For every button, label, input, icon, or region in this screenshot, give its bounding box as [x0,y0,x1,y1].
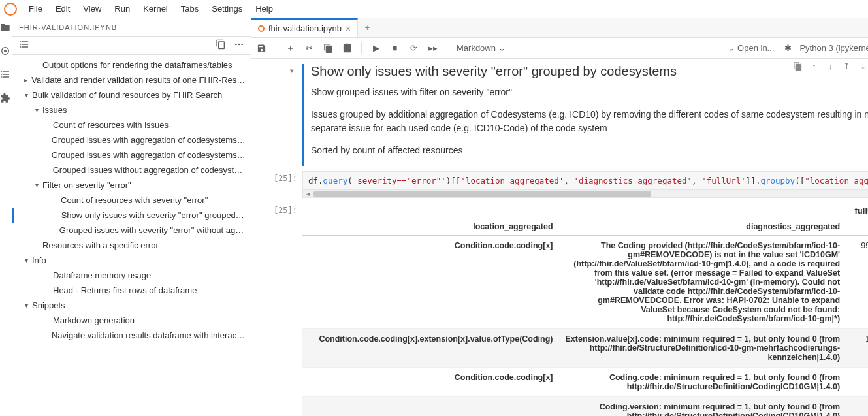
open-in-select[interactable]: ⌄ Open in... [728,43,774,53]
add-cell-icon[interactable]: ＋ [285,43,295,53]
add-tab-button[interactable]: + [358,18,376,37]
toc-item[interactable]: Output options for rendering the datafra… [12,57,251,72]
restart-icon[interactable]: ⟳ [409,43,419,53]
toc-label: Resources with a specific error [42,240,159,250]
cut-icon[interactable]: ✂ [304,43,314,53]
output-prompt: [25]: [263,203,302,416]
notebook-icon [258,25,265,32]
code-editor[interactable]: df.query('severity=="error"')[['location… [302,171,868,190]
scroll-left-icon[interactable]: ◂ [303,190,312,197]
toc-item[interactable]: ▾Filter on severity "error" [12,178,251,193]
twisty-icon[interactable]: ▾ [32,106,41,114]
cell-fullurl: 62 [845,368,868,397]
toc-item[interactable]: Resources with a specific error [12,238,251,253]
markdown-cell[interactable]: ▾ ↑ ↓ ⤒ ⤓ Show only issues with severity… [263,64,868,166]
stop-icon[interactable]: ■ [390,43,400,53]
cell-fullurl: 134 [845,329,868,368]
cell-location: Condition.code.coding[x] [302,368,558,397]
bug-icon[interactable]: ✱ [783,43,793,53]
menu-kernel[interactable]: Kernel [137,1,174,16]
collapse-icon[interactable]: ▾ [290,67,294,75]
menu-edit[interactable]: Edit [49,1,76,16]
copy-icon[interactable] [216,39,226,52]
toc-item[interactable]: Grouped issues without aggregation of co… [12,163,251,178]
folder-icon[interactable] [0,22,12,34]
paste-icon[interactable] [342,43,352,53]
toc-label: Grouped issues with aggregation of codes… [52,135,246,145]
cell-location: Condition.code.coding[x].extension[x].va… [302,329,558,368]
run-icon[interactable]: ▶ [371,43,381,53]
tab-label: fhir-validation.ipynb [268,24,342,33]
cell-type-select[interactable]: Markdown ⌄ [457,43,506,53]
toc-item[interactable]: ▾Snippets [12,298,251,313]
notebook-area[interactable]: ▾ ↑ ↓ ⤒ ⤓ Show only issues with severity… [251,59,868,416]
toc-item[interactable]: Grouped issues with aggregation of codes… [12,148,251,163]
more-icon[interactable] [234,39,244,52]
toc-item[interactable]: Navigate validation results dataframe wi… [12,328,251,343]
table-row: Condition.code.coding[x]Coding.code: min… [302,368,868,397]
toc-item[interactable]: ▾Bulk validation of found resources by F… [12,88,251,103]
duplicate-icon[interactable] [793,61,803,71]
twisty-icon[interactable]: ▾ [22,302,31,309]
cell-diagnostics: The Coding provided (http://fhir.de/Code… [558,236,846,329]
table-header: location_aggregated [302,218,558,236]
toc-label: Snippets [32,300,65,310]
menu-file[interactable]: File [22,1,49,16]
toc-item[interactable]: ▸Validate and render validation results … [12,72,251,88]
svg-point-2 [235,44,237,46]
table-header [845,218,868,236]
move-down-icon[interactable]: ↓ [826,61,835,71]
svg-point-4 [241,44,243,46]
toc-item[interactable]: Dataframe memory usage [12,268,251,283]
extensions-icon[interactable] [0,93,12,104]
tab-notebook[interactable]: fhir-validation.ipynb × [251,18,358,37]
toc-item[interactable]: Grouped issues with severity "error" wit… [12,223,251,238]
output-cell: [25]: fullUrl location_aggregateddiagnos… [263,203,868,416]
save-icon[interactable] [257,43,266,53]
cell-location [302,397,558,416]
insert-below-icon[interactable]: ⤓ [858,61,868,71]
md-paragraph: Show grouped issues with filter on sever… [311,86,868,99]
running-icon[interactable] [0,46,12,57]
move-up-icon[interactable]: ↑ [809,61,819,71]
menu-view[interactable]: View [76,1,108,16]
toc-item[interactable]: Count of resources with issues [12,118,251,133]
twisty-icon[interactable]: ▾ [32,182,41,189]
toc-item[interactable]: ▾Info [12,253,251,268]
toc-item[interactable]: Count of resources with severity "error" [12,193,251,208]
menu-run[interactable]: Run [108,1,137,16]
menu-settings[interactable]: Settings [205,1,249,16]
toc-label: Info [32,255,46,265]
horizontal-scrollbar[interactable]: ◂ ▸ [302,190,868,198]
toc-item[interactable]: Grouped issues with aggregation of codes… [12,133,251,148]
md-paragraph: Issues grouped by additional aggregation… [311,108,868,135]
scroll-thumb[interactable] [313,191,651,197]
twisty-icon[interactable]: ▾ [22,91,31,99]
toc-label: Bulk validation of found resources by FH… [32,90,222,100]
toc-item[interactable]: Markdown generation [12,313,251,328]
insert-above-icon[interactable]: ⤒ [842,61,852,71]
cell-diagnostics: Coding.code: minimum required = 1, but o… [558,368,846,397]
close-icon[interactable]: × [346,24,351,34]
svg-point-1 [4,50,7,52]
menu-help[interactable]: Help [249,1,280,16]
list-icon[interactable] [19,39,29,52]
cell-location: Condition.code.coding[x] [302,236,558,329]
copy-cell-icon[interactable] [323,43,333,53]
code-cell[interactable]: [25]: df.query('severity=="error"')[['lo… [263,171,868,198]
app-root: FileEditViewRunKernelTabsSettingsHelp FH… [0,0,868,416]
toc-item[interactable]: ▾Issues [12,103,251,118]
kernel-name[interactable]: Python 3 (ipykernel) [799,43,868,53]
svg-point-3 [238,44,240,46]
toc-item[interactable]: Head - Returns first rows of dataframe [12,283,251,298]
toc-label: Grouped issues with severity "error" wit… [59,225,246,235]
cell-diagnostics: Coding.version: minimum required = 1, bu… [558,397,846,416]
toc-icon[interactable] [0,69,12,81]
fast-forward-icon[interactable]: ▸▸ [428,43,438,53]
toc-item[interactable]: Show only issues with severity "error" g… [12,208,251,223]
menu-tabs[interactable]: Tabs [174,1,205,16]
jupyter-logo-icon [4,3,17,16]
twisty-icon[interactable]: ▾ [22,257,31,264]
activity-bar [0,18,12,416]
twisty-icon[interactable]: ▸ [22,76,30,84]
